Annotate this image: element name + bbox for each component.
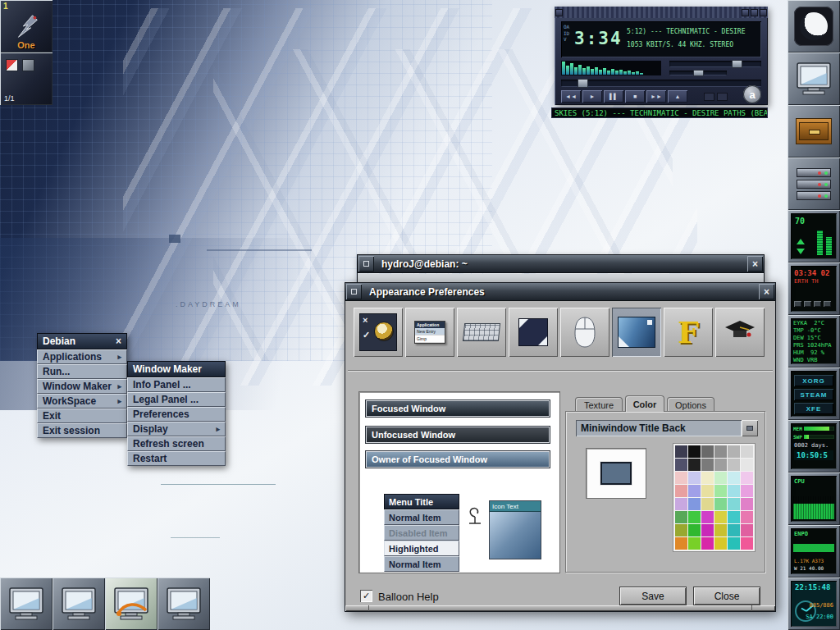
dock-cpu-monitor[interactable]: CPU [788,472,840,525]
equalizer-toggle[interactable] [704,93,714,101]
dock-icon-drives[interactable] [788,158,840,210]
dock-icon-gnustep[interactable] [788,0,840,52]
section-mouse-icon[interactable] [560,308,609,357]
section-font-icon[interactable]: F [664,308,713,357]
palette-color[interactable] [675,498,687,510]
dock-icon-terminal[interactable] [788,52,840,105]
pause-button[interactable]: ▌▌ [604,90,623,103]
menu-item-run[interactable]: Run... [37,364,127,379]
workspace-clip[interactable]: 1 One [0,0,52,52]
menu-item-exit[interactable]: Exit [37,409,127,423]
balance-handle[interactable] [693,70,704,76]
playlist-toggle[interactable] [717,93,728,101]
palette-color[interactable] [688,459,701,471]
selector-popup-button[interactable] [742,420,758,436]
menu-item-display[interactable]: Display ▸ [127,422,226,436]
app-icon-terminal-3[interactable] [158,578,210,630]
xmms-menu-button[interactable] [555,9,563,16]
palette-color[interactable] [675,485,687,497]
preview-menu-item[interactable]: Normal Item [384,509,459,525]
palette-color[interactable] [714,498,727,510]
playlist-ticker[interactable]: SKIES (5:12) --- TECHNIMATIC - DESIRE PA… [551,107,768,118]
dock-clock[interactable]: 03:34 02 ERTH TH [788,262,840,315]
palette-color[interactable] [714,537,727,550]
palette-color[interactable] [675,445,687,458]
palette-color[interactable] [728,511,740,523]
menu-item-exit-session[interactable]: Exit session [37,423,127,438]
preview-menu-title[interactable]: Menu Title [384,494,459,509]
tab-texture[interactable]: Texture [575,397,623,412]
palette-color[interactable] [688,537,701,550]
xmms-titlebar[interactable] [555,7,768,18]
section-menu-icon[interactable]: Application New Entry Gimp [405,308,454,357]
launcher-steam[interactable]: STEAM [794,389,833,400]
palette-color[interactable] [701,511,714,523]
preview-unfocused-titlebar[interactable]: Unfocused Window [366,427,550,443]
previous-button[interactable]: ◄◄ [561,90,581,103]
palette-color[interactable] [728,524,740,536]
seek-slider[interactable] [561,80,761,87]
palette-color[interactable] [675,524,687,536]
launcher-xorg[interactable]: XORG [794,375,833,386]
xmms-player[interactable]: OAIDV 3:34 5:12) --- TECHNIMATIC - DESIR… [555,7,768,105]
preview-menu-item-highlighted[interactable]: Highlighted [384,541,459,556]
xmms-close-button[interactable] [760,9,767,16]
app-icon-tool-selected[interactable] [105,578,158,630]
launcher-xfe[interactable]: XFE [794,403,833,414]
palette-color[interactable] [688,485,701,497]
miniwindow-pager[interactable]: 1/1 [0,52,52,105]
dock-sysmon[interactable]: MEM SWP 0002 days. 10:50:5 [788,420,840,472]
menu-item-applications[interactable]: Applications ▸ [37,349,127,364]
palette-color[interactable] [741,485,753,497]
palette-color[interactable] [741,511,753,523]
terminal-window[interactable]: hydroJ@debian: ~ × [357,254,765,282]
preview-menu-item-disabled[interactable]: Disabled Item [384,525,459,541]
palette-color[interactable] [675,459,687,471]
section-texture-icon[interactable] [612,308,661,357]
miniwindow-icon[interactable] [6,59,18,71]
close-window-button[interactable]: Close [693,587,760,605]
palette-color[interactable] [728,537,740,550]
section-expert-icon[interactable] [715,308,765,357]
tab-options[interactable]: Options [667,397,714,412]
submenu-title[interactable]: Window Maker [127,361,226,377]
palette-color[interactable] [728,445,740,458]
section-appearance-icon[interactable]: × ✓ [354,308,403,357]
app-icon-terminal-1[interactable] [0,578,52,630]
volume-slider[interactable] [669,61,761,67]
close-button[interactable]: × [759,284,774,299]
xmms-shade-button[interactable] [751,9,758,16]
section-workspace-icon[interactable] [509,308,558,357]
menu-item-info-panel[interactable]: Info Panel ... [127,377,226,392]
dock-net-monitor[interactable]: ENPO L.17K A373 W 21 40.00 [788,525,840,578]
color-target-value[interactable]: Miniwindow Title Back [576,420,742,436]
stop-button[interactable]: ■ [625,90,645,103]
volume-handle[interactable] [732,60,742,68]
preview-focused-titlebar[interactable]: Focused Window [366,400,550,417]
miniwindow-icon[interactable] [22,59,34,71]
debian-menu-title[interactable]: Debian × [37,333,127,349]
palette-color[interactable] [701,537,714,550]
eject-button[interactable]: ▲ [668,90,687,103]
dock-icon-filemanager[interactable] [788,105,840,158]
menu-item-workspace[interactable]: WorkSpace ▸ [37,394,127,409]
palette-color[interactable] [688,498,701,510]
dock-mixer[interactable]: 70 [788,210,840,262]
menu-item-legal-panel[interactable]: Legal Panel ... [127,392,226,407]
miniaturize-button[interactable] [358,256,374,272]
palette-color[interactable] [741,459,753,471]
menu-item-restart[interactable]: Restart [127,451,226,466]
palette-color[interactable] [728,498,740,510]
volume-up-icon[interactable] [797,239,805,244]
palette-color[interactable] [714,459,727,471]
miniaturize-button[interactable] [346,284,362,299]
volume-down-icon[interactable] [797,249,805,254]
palette-color[interactable] [675,511,687,523]
palette-color[interactable] [701,472,714,484]
palette-color[interactable] [701,485,714,497]
preview-icon-tile[interactable]: Icon Text [489,500,541,559]
palette-color[interactable] [741,537,753,550]
dock-world-clock[interactable]: 22:15:48 885/886 SA 22:00 [788,578,840,630]
save-button[interactable]: Save [619,587,687,605]
palette-color[interactable] [688,445,701,458]
